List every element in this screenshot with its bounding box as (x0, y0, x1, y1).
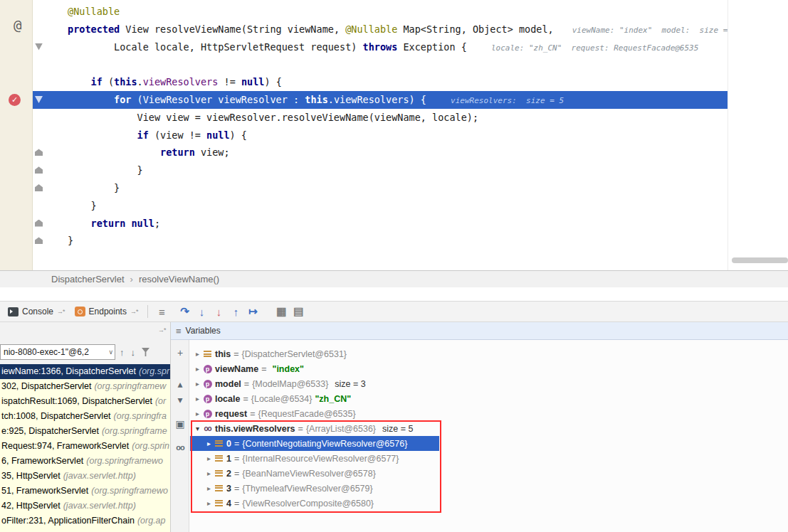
navigate-up-icon[interactable]: ↑ (120, 347, 125, 358)
code-token: @Nullable (68, 6, 120, 17)
variable-row[interactable]: 4={ViewResolverComposite@6580} (190, 496, 788, 511)
chevron-right-icon[interactable] (193, 350, 202, 358)
code-token: } (68, 164, 143, 176)
fold-marker-icon[interactable] (35, 43, 43, 50)
variable-value: {ModelMap@6533} (252, 379, 328, 389)
thread-dropdown[interactable]: nio-8080-exec-1"@6,2 ∨ (0, 344, 115, 360)
variable-row[interactable]: this={DispatcherServlet@6531} (190, 346, 788, 361)
stack-frame-row[interactable]: 6, FrameworkServlet(org.springframewo (0, 454, 170, 469)
duplicate-icon[interactable]: ▣ (171, 418, 189, 430)
variable-row[interactable]: 1={InternalResourceViewResolver@6577} (190, 451, 788, 466)
fold-marker-icon[interactable] (35, 149, 43, 156)
code-token: ( (103, 76, 114, 87)
frame-location: ispatchResult:1069, DispatcherServlet (1, 396, 152, 406)
code-line: if (view != null) { (68, 127, 727, 144)
step-out-icon[interactable]: ↑ (227, 304, 244, 319)
variable-row[interactable]: 3={ThymeleafViewResolver@6579} (190, 481, 788, 496)
frame-package: (javax.servlet.http) (63, 501, 136, 511)
variable-row[interactable]: viewName="index" (190, 361, 788, 376)
tab-console[interactable]: Console →* (3, 302, 70, 321)
chevron-right-icon[interactable] (193, 410, 202, 417)
scroll-down-icon[interactable]: ▾ (171, 394, 189, 405)
add-watch-icon[interactable]: + (171, 347, 189, 358)
table-layout-icon[interactable]: ▤ (290, 304, 307, 319)
variable-name: 1 (226, 454, 231, 464)
force-step-into-icon[interactable]: ↓ (210, 304, 227, 319)
fold-marker-icon[interactable] (35, 220, 43, 227)
frame-package: (org.springfra (114, 411, 167, 421)
scroll-up-icon[interactable]: ▴ (171, 378, 189, 390)
chevron-down-icon[interactable] (193, 425, 202, 432)
variables-tree[interactable]: this={DispatcherServlet@6531}viewName="i… (190, 346, 788, 511)
navigate-down-icon[interactable]: ↓ (131, 347, 136, 358)
stack-frame-row[interactable]: ispatchResult:1069, DispatcherServlet(or (0, 394, 170, 409)
chevron-right-icon[interactable] (204, 440, 214, 447)
frame-location: 51, FrameworkServlet (1, 486, 88, 496)
parameter-icon-glyph (204, 410, 212, 418)
variable-row[interactable]: request={RequestFacade@6535} (190, 406, 788, 421)
tab-endpoints[interactable]: Endpoints →* (70, 302, 143, 321)
stack-frame-row[interactable]: iewName:1366, DispatcherServlet(org.spr (0, 364, 170, 379)
code-line: if (this.viewResolvers != null) { (68, 73, 727, 91)
fold-marker-icon[interactable] (35, 184, 43, 191)
stack-frame-row[interactable]: Request:974, FrameworkServlet(org.sprin (0, 439, 170, 454)
breadcrumb-class[interactable]: DispatcherServlet (51, 274, 125, 284)
tab-overflow-icon: →* (57, 308, 65, 315)
frame-package: (org.springframewo (86, 456, 163, 466)
horizontal-scrollbar[interactable] (732, 257, 788, 263)
breadcrumb-method[interactable]: resolveViewName() (139, 274, 219, 284)
stack-frames-list[interactable]: iewName:1366, DispatcherServlet(org.spr3… (0, 364, 170, 532)
filter-icon[interactable] (142, 348, 149, 356)
code-token: this (114, 76, 137, 87)
chevron-right-icon[interactable] (193, 395, 202, 403)
pin-icon[interactable]: →* (158, 326, 166, 334)
value-icon-glyph (215, 485, 223, 491)
variable-name: model (215, 379, 241, 389)
view-breakpoints-icon[interactable]: ▦ (273, 304, 290, 319)
fold-marker-icon[interactable] (35, 166, 43, 174)
code-area[interactable]: @Nullableprotected View resolveViewName(… (33, 0, 727, 270)
chevron-right-icon[interactable] (204, 469, 214, 477)
stack-frame-row[interactable]: 42, HttpServlet(javax.servlet.http) (0, 499, 170, 514)
frames-nav-icons: ↑↓ (120, 344, 149, 360)
chevron-right-icon[interactable] (193, 380, 202, 388)
run-to-cursor-icon[interactable]: ↦ (244, 304, 261, 319)
variable-row[interactable]: 0={ContentNegotiatingViewResolver@6576} (190, 436, 788, 451)
code-token: viewResolvers (143, 76, 219, 87)
variable-value: {DispatcherServlet@6531} (242, 349, 347, 359)
stack-frame-row[interactable]: 35, HttpServlet(javax.servlet.http) (0, 469, 170, 484)
fold-marker-icon[interactable] (35, 237, 43, 244)
frame-package: (org.springframewo (91, 486, 168, 496)
equals-sign: = (298, 424, 303, 434)
code-token: @Nullable (345, 23, 397, 35)
fold-marker-icon[interactable] (35, 96, 43, 103)
stack-frame-row[interactable]: e:925, DispatcherServlet(org.springframe (0, 424, 170, 439)
step-over-icon[interactable]: ↷ (176, 304, 193, 319)
variable-row[interactable]: model={ModelMap@6533}size = 3 (190, 376, 788, 391)
tab-console-label: Console (22, 307, 53, 316)
stack-frame-row[interactable]: 302, DispatcherServlet(org.springframew (0, 379, 170, 394)
show-watches-icon[interactable]: oo (171, 443, 189, 452)
settings-menu-icon[interactable]: ≡ (153, 304, 170, 319)
thread-dropdown-value: nio-8080-exec-1"@6,2 (4, 347, 89, 357)
code-line: return view; (68, 144, 727, 161)
variable-row[interactable]: this.viewResolvers={ArrayList@6536}size … (190, 421, 788, 436)
variable-row[interactable]: 2={BeanNameViewResolver@6578} (190, 466, 788, 481)
chevron-right-icon[interactable] (193, 365, 202, 373)
breakpoint-icon[interactable]: ✓ (9, 94, 21, 106)
stack-frame-row[interactable]: tch:1008, DispatcherServlet(org.springfr… (0, 409, 170, 424)
step-into-icon[interactable]: ↓ (193, 304, 210, 319)
stack-frame-row[interactable]: 51, FrameworkServlet(org.springframewo (0, 484, 170, 499)
chevron-right-icon[interactable] (204, 454, 214, 462)
code-editor[interactable]: @ ✓ @Nullableprotected View resolveViewN… (0, 0, 788, 270)
debug-toolbar: Console →* Endpoints →* ≡↷↓↓↑↦▦▤ (0, 301, 788, 322)
variable-row[interactable]: locale={Locale@6534}"zh_CN" (190, 391, 788, 406)
chevron-right-icon[interactable] (204, 484, 214, 492)
code-line: protected View resolveViewName(String vi… (68, 21, 727, 38)
variables-panel-header: ≡ Variables (171, 322, 788, 340)
code-token: ) { (230, 129, 247, 141)
chevron-right-icon[interactable] (204, 499, 214, 507)
variables-menu-icon[interactable]: ≡ (176, 326, 182, 336)
stack-frame-row[interactable]: oFilter:231, ApplicationFilterChain(org.… (0, 514, 170, 528)
variable-value: {ContentNegotiatingViewResolver@6576} (242, 439, 407, 449)
